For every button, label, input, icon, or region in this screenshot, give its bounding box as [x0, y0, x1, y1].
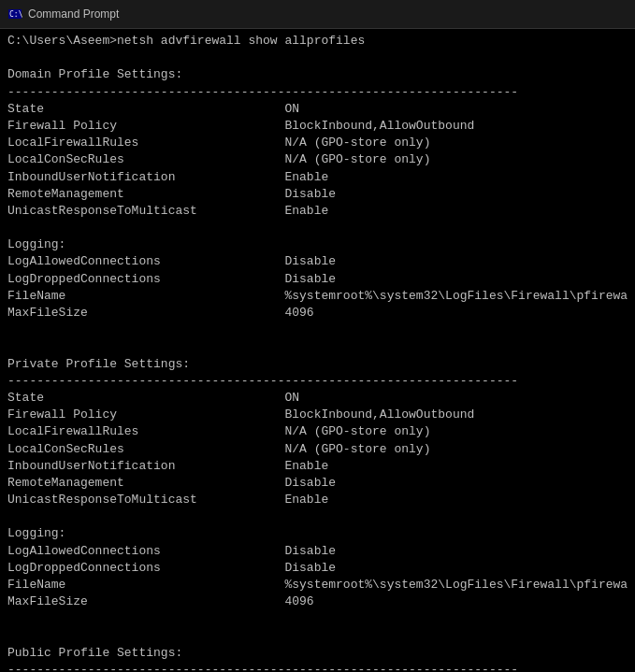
console-line: FileName %systemroot%\system32\LogFiles\… — [7, 577, 628, 593]
console-line: ----------------------------------------… — [7, 662, 628, 672]
title-bar-title: Command Prompt — [28, 7, 119, 21]
console-line — [7, 322, 628, 338]
console-line: Logging: — [7, 236, 628, 253]
console-line — [7, 628, 628, 645]
cmd-icon: C:\ — [7, 7, 22, 21]
console-line: InboundUserNotification Enable — [7, 169, 628, 186]
console-line — [7, 508, 628, 525]
console-line: InboundUserNotification Enable — [7, 458, 628, 475]
console-line — [7, 50, 628, 66]
console-line: UnicastResponseToMulticast Enable — [7, 203, 628, 220]
console-line: ----------------------------------------… — [7, 373, 628, 390]
console-line: LocalConSecRules N/A (GPO-store only) — [7, 441, 628, 458]
console-line: State ON — [7, 101, 628, 118]
console-line: LogAllowedConnections Disable — [7, 543, 628, 560]
console-line: Public Profile Settings: — [7, 645, 628, 662]
console-line: RemoteManagement Disable — [7, 186, 628, 203]
console-line: FileName %systemroot%\system32\LogFiles\… — [7, 288, 628, 305]
console-line: C:\Users\Aseem>netsh advfirewall show al… — [7, 33, 628, 50]
console-line: RemoteManagement Disable — [7, 475, 628, 492]
console-line — [7, 610, 628, 627]
console-line: LogDroppedConnections Disable — [7, 560, 628, 577]
console-line: LogAllowedConnections Disable — [7, 253, 628, 270]
title-bar: C:\ Command Prompt — [0, 0, 635, 29]
console-line: Firewall Policy BlockInbound,AllowOutbou… — [7, 407, 628, 423]
console-output: C:\Users\Aseem>netsh advfirewall show al… — [0, 29, 635, 672]
console-line: LocalConSecRules N/A (GPO-store only) — [7, 151, 628, 168]
console-line: UnicastResponseToMulticast Enable — [7, 492, 628, 508]
console-line: State ON — [7, 390, 628, 407]
console-line: MaxFileSize 4096 — [7, 593, 628, 610]
console-line: LocalFirewallRules N/A (GPO-store only) — [7, 135, 628, 151]
console-line: Private Profile Settings: — [7, 356, 628, 373]
console-line: MaxFileSize 4096 — [7, 305, 628, 322]
console-line: LocalFirewallRules N/A (GPO-store only) — [7, 423, 628, 440]
console-line: Domain Profile Settings: — [7, 66, 628, 83]
console-line — [7, 338, 628, 355]
svg-text:C:\: C:\ — [9, 10, 22, 19]
console-line: ----------------------------------------… — [7, 84, 628, 101]
console-line — [7, 220, 628, 236]
console-line: LogDroppedConnections Disable — [7, 271, 628, 288]
console-line: Logging: — [7, 525, 628, 542]
console-line: Firewall Policy BlockInbound,AllowOutbou… — [7, 118, 628, 135]
